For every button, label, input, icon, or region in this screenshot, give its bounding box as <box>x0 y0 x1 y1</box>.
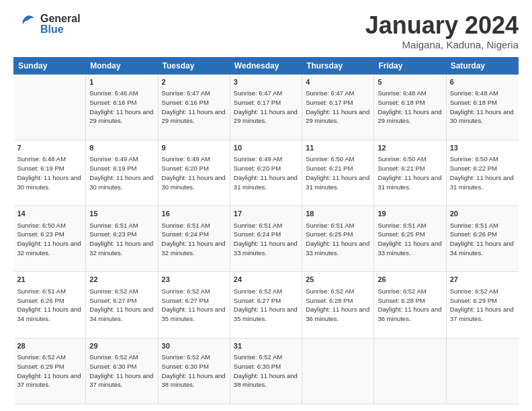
logo-general-text: General <box>40 13 81 24</box>
calendar-cell: 22Sunrise: 6:52 AMSunset: 6:27 PMDayligh… <box>86 272 158 338</box>
col-thursday: Thursday <box>302 57 374 74</box>
calendar-week-5: 28Sunrise: 6:52 AMSunset: 6:29 PMDayligh… <box>14 338 519 404</box>
calendar-cell: 24Sunrise: 6:52 AMSunset: 6:27 PMDayligh… <box>230 272 302 338</box>
day-number: 20 <box>450 209 515 219</box>
day-number: 12 <box>378 143 442 153</box>
col-sunday: Sunday <box>14 57 86 74</box>
cell-info: Sunrise: 6:51 AMSunset: 6:26 PMDaylight:… <box>450 221 515 258</box>
calendar-cell: 6Sunrise: 6:48 AMSunset: 6:18 PMDaylight… <box>446 74 518 140</box>
day-number: 27 <box>450 275 515 285</box>
col-tuesday: Tuesday <box>158 57 230 74</box>
calendar-cell: 10Sunrise: 6:49 AMSunset: 6:20 PMDayligh… <box>230 140 302 205</box>
day-number: 5 <box>378 77 442 87</box>
calendar-table: Sunday Monday Tuesday Wednesday Thursday… <box>13 57 519 404</box>
day-number: 17 <box>234 209 298 219</box>
col-wednesday: Wednesday <box>230 57 302 74</box>
calendar-cell <box>14 74 86 140</box>
calendar-cell: 4Sunrise: 6:47 AMSunset: 6:17 PMDaylight… <box>302 74 374 140</box>
cell-info: Sunrise: 6:52 AMSunset: 6:30 PMDaylight:… <box>89 353 154 390</box>
calendar-week-2: 7Sunrise: 6:48 AMSunset: 6:19 PMDaylight… <box>14 140 519 205</box>
day-number: 10 <box>234 143 298 153</box>
calendar-week-1: 1Sunrise: 6:46 AMSunset: 6:16 PMDaylight… <box>14 74 519 140</box>
cell-info: Sunrise: 6:52 AMSunset: 6:27 PMDaylight:… <box>234 287 298 324</box>
cell-info: Sunrise: 6:47 AMSunset: 6:17 PMDaylight:… <box>306 89 370 126</box>
cell-info: Sunrise: 6:52 AMSunset: 6:29 PMDaylight:… <box>450 287 515 324</box>
day-number: 21 <box>17 275 83 285</box>
cell-info: Sunrise: 6:47 AMSunset: 6:16 PMDaylight:… <box>162 89 226 126</box>
page: General Blue January 2024 Maigana, Kadun… <box>0 0 532 411</box>
day-number: 9 <box>162 143 226 153</box>
calendar-cell: 3Sunrise: 6:47 AMSunset: 6:17 PMDaylight… <box>230 74 302 140</box>
calendar-cell: 20Sunrise: 6:51 AMSunset: 6:26 PMDayligh… <box>446 206 518 272</box>
calendar-cell <box>302 338 374 404</box>
cell-info: Sunrise: 6:50 AMSunset: 6:21 PMDaylight:… <box>378 154 442 191</box>
logo-icon <box>13 12 38 36</box>
cell-info: Sunrise: 6:49 AMSunset: 6:20 PMDaylight:… <box>234 154 298 191</box>
cell-info: Sunrise: 6:51 AMSunset: 6:23 PMDaylight:… <box>89 221 154 258</box>
column-headers: Sunday Monday Tuesday Wednesday Thursday… <box>14 57 519 74</box>
calendar-cell: 23Sunrise: 6:52 AMSunset: 6:27 PMDayligh… <box>158 272 230 338</box>
title-area: January 2024 Maigana, Kaduna, Nigeria <box>365 12 519 50</box>
day-number: 26 <box>378 275 442 285</box>
calendar-cell: 14Sunrise: 6:50 AMSunset: 6:23 PMDayligh… <box>14 206 86 272</box>
calendar-cell: 15Sunrise: 6:51 AMSunset: 6:23 PMDayligh… <box>86 206 158 272</box>
cell-info: Sunrise: 6:52 AMSunset: 6:28 PMDaylight:… <box>306 287 370 324</box>
calendar-cell: 2Sunrise: 6:47 AMSunset: 6:16 PMDaylight… <box>158 74 230 140</box>
calendar-cell: 1Sunrise: 6:46 AMSunset: 6:16 PMDaylight… <box>86 74 158 140</box>
calendar-cell: 19Sunrise: 6:51 AMSunset: 6:25 PMDayligh… <box>374 206 446 272</box>
day-number: 25 <box>306 275 370 285</box>
day-number: 7 <box>17 143 83 153</box>
day-number: 14 <box>17 209 83 219</box>
calendar-cell: 21Sunrise: 6:51 AMSunset: 6:26 PMDayligh… <box>14 272 86 338</box>
location: Maigana, Kaduna, Nigeria <box>365 39 519 50</box>
day-number: 4 <box>306 77 370 87</box>
day-number: 18 <box>306 209 370 219</box>
day-number: 13 <box>450 143 515 153</box>
calendar-cell: 8Sunrise: 6:49 AMSunset: 6:19 PMDaylight… <box>86 140 158 205</box>
cell-info: Sunrise: 6:50 AMSunset: 6:21 PMDaylight:… <box>306 154 370 191</box>
logo-words: General Blue <box>40 13 81 35</box>
month-title: January 2024 <box>365 12 519 39</box>
calendar-cell: 18Sunrise: 6:51 AMSunset: 6:25 PMDayligh… <box>302 206 374 272</box>
col-saturday: Saturday <box>446 57 518 74</box>
day-number: 30 <box>162 341 226 351</box>
calendar-cell: 9Sunrise: 6:49 AMSunset: 6:20 PMDaylight… <box>158 140 230 205</box>
day-number: 8 <box>89 143 154 153</box>
day-number: 19 <box>378 209 442 219</box>
day-number: 3 <box>234 77 298 87</box>
cell-info: Sunrise: 6:48 AMSunset: 6:18 PMDaylight:… <box>378 89 442 126</box>
cell-info: Sunrise: 6:52 AMSunset: 6:29 PMDaylight:… <box>17 353 83 390</box>
cell-info: Sunrise: 6:46 AMSunset: 6:16 PMDaylight:… <box>89 89 154 126</box>
calendar-cell: 12Sunrise: 6:50 AMSunset: 6:21 PMDayligh… <box>374 140 446 205</box>
day-number: 1 <box>89 77 154 87</box>
cell-info: Sunrise: 6:51 AMSunset: 6:24 PMDaylight:… <box>162 221 226 258</box>
cell-info: Sunrise: 6:52 AMSunset: 6:28 PMDaylight:… <box>378 287 442 324</box>
cell-info: Sunrise: 6:50 AMSunset: 6:22 PMDaylight:… <box>450 154 515 191</box>
cell-info: Sunrise: 6:49 AMSunset: 6:19 PMDaylight:… <box>89 154 154 191</box>
col-friday: Friday <box>374 57 446 74</box>
day-number: 23 <box>162 275 226 285</box>
cell-info: Sunrise: 6:51 AMSunset: 6:25 PMDaylight:… <box>378 221 442 258</box>
calendar-cell: 27Sunrise: 6:52 AMSunset: 6:29 PMDayligh… <box>446 272 518 338</box>
logo: General Blue <box>13 12 81 36</box>
calendar-cell: 13Sunrise: 6:50 AMSunset: 6:22 PMDayligh… <box>446 140 518 205</box>
logo-blue-text: Blue <box>40 24 81 35</box>
day-number: 28 <box>17 341 83 351</box>
day-number: 22 <box>89 275 154 285</box>
cell-info: Sunrise: 6:52 AMSunset: 6:30 PMDaylight:… <box>162 353 226 390</box>
calendar-cell: 28Sunrise: 6:52 AMSunset: 6:29 PMDayligh… <box>14 338 86 404</box>
cell-info: Sunrise: 6:52 AMSunset: 6:27 PMDaylight:… <box>162 287 226 324</box>
day-number: 11 <box>306 143 370 153</box>
cell-info: Sunrise: 6:51 AMSunset: 6:24 PMDaylight:… <box>234 221 298 258</box>
cell-info: Sunrise: 6:48 AMSunset: 6:19 PMDaylight:… <box>17 154 83 191</box>
header: General Blue January 2024 Maigana, Kadun… <box>13 12 519 50</box>
calendar-cell <box>374 338 446 404</box>
cell-info: Sunrise: 6:49 AMSunset: 6:20 PMDaylight:… <box>162 154 226 191</box>
day-number: 31 <box>234 341 298 351</box>
calendar-week-3: 14Sunrise: 6:50 AMSunset: 6:23 PMDayligh… <box>14 206 519 272</box>
calendar-cell <box>446 338 518 404</box>
calendar-cell: 5Sunrise: 6:48 AMSunset: 6:18 PMDaylight… <box>374 74 446 140</box>
day-number: 6 <box>450 77 515 87</box>
day-number: 24 <box>234 275 298 285</box>
calendar-cell: 25Sunrise: 6:52 AMSunset: 6:28 PMDayligh… <box>302 272 374 338</box>
